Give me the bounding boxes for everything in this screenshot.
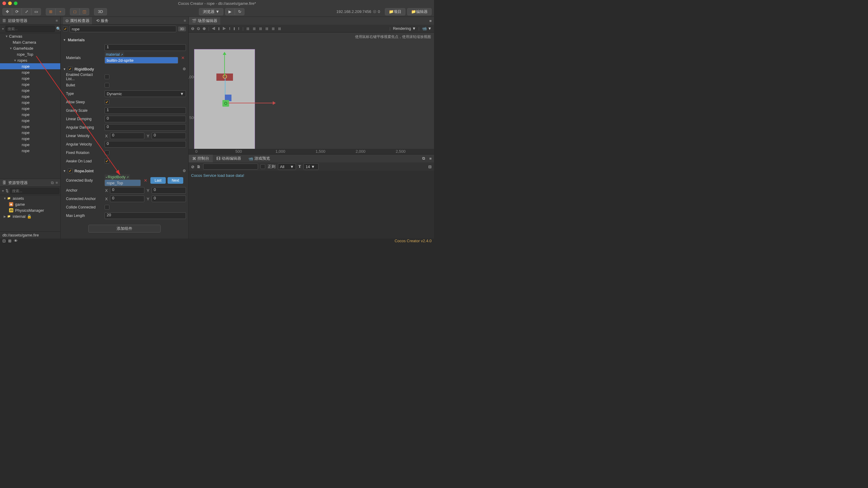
tree-node-rope[interactable]: rope	[0, 82, 60, 87]
assets-popout-icon[interactable]: ⧉	[51, 181, 54, 185]
tree-node-canvas[interactable]: ▼Canvas	[0, 33, 60, 39]
gizmo-x-axis[interactable]	[228, 103, 275, 103]
status-icon[interactable]: ⊡	[2, 238, 6, 243]
enabled-contact-checkbox[interactable]	[104, 74, 110, 79]
tree-node-rope[interactable]: rope	[0, 124, 60, 130]
distribute-icon-3[interactable]: ⫼	[271, 26, 275, 31]
ropejoint-section-header[interactable]: ▼ RopeJoint ⚙	[63, 167, 186, 174]
search-icon[interactable]: 🔍	[56, 26, 61, 32]
collapse-console-button[interactable]: ⊟	[428, 164, 432, 169]
rigidbody-enabled-checkbox[interactable]	[68, 67, 73, 71]
tree-node-rope[interactable]: rope	[0, 130, 60, 135]
align-right-icon[interactable]: ⫸	[222, 26, 226, 31]
hierarchy-menu-icon[interactable]: ≡	[56, 19, 58, 23]
gizmo-origin[interactable]	[222, 100, 229, 107]
console-file-icon[interactable]: 🗎	[197, 164, 201, 169]
tree-node-rope[interactable]: rope	[0, 99, 60, 105]
rect-tool-button[interactable]: ▭	[31, 8, 41, 15]
tree-node[interactable]: ▼GameNode	[0, 45, 60, 51]
tree-node-rope[interactable]: rope	[0, 148, 60, 154]
scene-menu-icon[interactable]: ≡	[427, 19, 434, 23]
pivot-toggle-button[interactable]: ⊞	[46, 8, 56, 15]
regex-checkbox[interactable]	[260, 164, 265, 169]
tree-node-rope-top[interactable]: rope_Top	[0, 51, 60, 57]
distribute-icon[interactable]: ⫼	[258, 26, 262, 31]
scene-viewport[interactable]: 使用鼠标右键平移视窗焦点，使用滚轮缩放视图 1,000 500 0 0 500 …	[189, 33, 434, 154]
visibility-icon[interactable]: 👁	[14, 238, 18, 243]
move-tool-button[interactable]: ✥	[2, 8, 12, 15]
assets-menu-icon[interactable]: ≡	[56, 181, 58, 185]
game-preview-tab[interactable]: 📹 游戏预览	[245, 155, 274, 162]
local-toggle-button[interactable]: +	[56, 8, 65, 15]
distribute-icon-2[interactable]: ⫼	[265, 26, 269, 31]
maximize-window-button[interactable]	[14, 1, 18, 5]
inspector-menu-icon[interactable]: ≡	[184, 19, 186, 23]
3d-toggle-button[interactable]: 3D	[94, 8, 107, 15]
3d-badge[interactable]: 3D	[178, 27, 186, 31]
console-popout-icon[interactable]: ⧉	[421, 156, 427, 161]
console-filter-input[interactable]	[203, 164, 258, 170]
tree-node-rope[interactable]: rope	[0, 135, 60, 141]
anchor-toggle-button[interactable]: ◻	[70, 8, 80, 15]
fixed-rotation-checkbox[interactable]	[104, 150, 110, 155]
align-left-icon[interactable]: ⫷	[212, 26, 216, 31]
node-active-checkbox[interactable]	[63, 27, 68, 31]
linear-velocity-x-input[interactable]: 0	[110, 133, 144, 139]
distribute-icon-4[interactable]: ⫼	[278, 26, 281, 31]
node-name-input[interactable]	[70, 26, 176, 32]
connected-anchor-y-input[interactable]: 0	[152, 195, 186, 202]
allow-sleep-checkbox[interactable]	[104, 100, 110, 104]
materials-section-header[interactable]: ▼Materials	[63, 36, 186, 43]
tree-node-rope[interactable]: rope	[0, 87, 60, 93]
animation-editor-tab[interactable]: 🎞 动画编辑器	[213, 155, 245, 162]
asset-folder-internal[interactable]: ▶📁internal 🔒	[0, 213, 60, 219]
align-center-h-icon[interactable]: ⫿	[218, 26, 220, 31]
ropejoint-enabled-checkbox[interactable]	[68, 168, 73, 173]
max-length-input[interactable]: 20	[104, 213, 186, 219]
linear-damping-input[interactable]: 0	[104, 116, 186, 122]
anchor-x-input[interactable]: 0	[110, 187, 144, 194]
console-menu-icon[interactable]: ≡	[427, 156, 434, 161]
align-top-icon[interactable]: ⫶	[229, 26, 231, 31]
zoom-reset-icon[interactable]: ⊙	[197, 26, 200, 31]
asset-game-fire[interactable]: ◉game	[0, 201, 60, 207]
scene-editor-tab[interactable]: 🎬 场景编辑器	[189, 17, 220, 25]
rigidbody-section-header[interactable]: ▼ RigidBody ⚙	[63, 65, 186, 73]
add-component-button[interactable]: 添加组件	[88, 225, 161, 233]
tree-node[interactable]: Main Camera	[0, 39, 60, 45]
gizmo-toggle-button[interactable]: ◫	[80, 8, 89, 15]
align-center-v-icon[interactable]: ⫿	[233, 26, 236, 31]
project-button[interactable]: 📁 项目	[385, 8, 405, 15]
asset-folder-assets[interactable]: ▼📁assets	[0, 195, 60, 201]
material-slot-input[interactable]: builtin-2d-sprite	[104, 57, 178, 64]
tree-node-rope-selected[interactable]: rope	[0, 63, 60, 69]
clear-material-button[interactable]: ✕	[180, 56, 186, 60]
inspector-tab[interactable]: ⊙属性检查器	[63, 17, 92, 24]
editor-button[interactable]: 📁 编辑器	[407, 8, 432, 15]
tree-node-rope[interactable]: rope	[0, 111, 60, 118]
ropejoint-gear-icon[interactable]: ⚙	[183, 169, 186, 173]
tree-node-rope[interactable]: rope	[0, 69, 60, 75]
reload-button[interactable]: ↻	[235, 8, 244, 15]
awake-on-load-checkbox[interactable]	[104, 159, 110, 164]
connected-body-input[interactable]: rope_Top	[104, 180, 141, 186]
console-output[interactable]: Cocos Service load base data!	[189, 171, 434, 238]
status-icon-2[interactable]: ⊞	[8, 238, 11, 243]
zoom-out-icon[interactable]: ⊖	[191, 26, 194, 31]
services-tab[interactable]: ⟲服务	[94, 17, 111, 24]
close-window-button[interactable]	[2, 1, 6, 5]
assets-search-input[interactable]	[10, 188, 59, 194]
angular-velocity-input[interactable]: 0	[104, 141, 186, 148]
angular-damping-input[interactable]: 0	[104, 124, 186, 131]
preview-target-dropdown[interactable]: 浏览器 ▼	[199, 8, 223, 15]
hierarchy-tree[interactable]: ▼Canvas Main Camera ▼GameNode rope_Top ▼…	[0, 33, 60, 178]
tree-node-rope[interactable]: rope	[0, 105, 60, 111]
assets-tree[interactable]: ▼📁assets ◉game JSPhysicsManager ▶📁intern…	[0, 195, 60, 231]
tree-node-rope[interactable]: rope	[0, 93, 60, 99]
bullet-checkbox[interactable]	[104, 83, 110, 88]
console-fontsize-select[interactable]: 14 ▼	[304, 163, 318, 170]
collide-connected-checkbox[interactable]	[104, 205, 110, 210]
create-asset-button[interactable]: +	[2, 188, 4, 194]
anchor-y-input[interactable]: 0	[152, 187, 186, 194]
asset-physics-manager[interactable]: JSPhysicsManager	[0, 207, 60, 213]
